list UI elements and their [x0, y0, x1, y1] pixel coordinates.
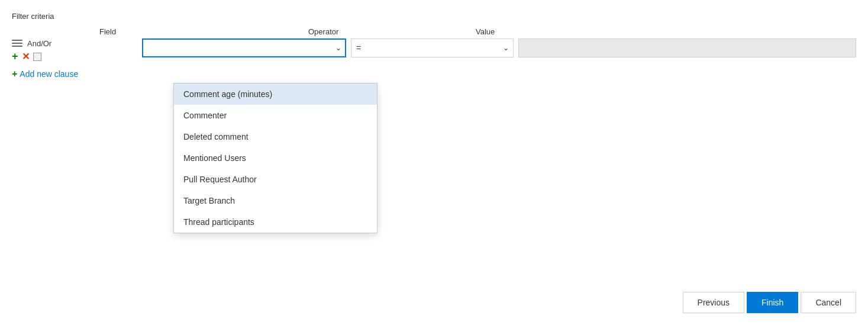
- dropdown-item-pull-request-author[interactable]: Pull Request Author: [174, 169, 377, 190]
- list-icon: [12, 38, 22, 48]
- field-select[interactable]: Comment age (minutes) Commenter Deleted …: [142, 38, 346, 57]
- row-checkbox[interactable]: [33, 53, 41, 61]
- page-container: Filter criteria Field Operator Value: [0, 0, 868, 325]
- add-row-icon[interactable]: +: [12, 50, 18, 63]
- and-or-label: And/Or: [27, 39, 51, 48]
- operator-select-wrapper: = != < > ⌄: [351, 38, 514, 57]
- operator-select[interactable]: = != < >: [351, 38, 514, 57]
- filter-section: Filter criteria Field Operator Value: [12, 12, 856, 79]
- icon-controls: + ✕: [12, 50, 41, 63]
- cancel-button[interactable]: Cancel: [801, 292, 856, 313]
- field-select-wrapper: Comment age (minutes) Commenter Deleted …: [142, 38, 346, 57]
- bottom-buttons: Previous Finish Cancel: [683, 292, 856, 313]
- operator-column-header: Operator: [308, 27, 338, 36]
- filter-criteria-label: Filter criteria: [12, 12, 856, 21]
- and-or-row: And/Or: [12, 38, 51, 48]
- dropdown-item-commenter[interactable]: Commenter: [174, 105, 377, 126]
- remove-row-icon[interactable]: ✕: [22, 51, 30, 62]
- dropdown-item-mentioned-users[interactable]: Mentioned Users: [174, 147, 377, 169]
- add-clause-plus-icon: +: [12, 69, 17, 79]
- field-column-header: Field: [99, 27, 116, 36]
- dropdown-item-target-branch[interactable]: Target Branch: [174, 190, 377, 211]
- field-dropdown-menu: Comment age (minutes) Commenter Deleted …: [173, 83, 377, 233]
- left-controls: And/Or + ✕ + Add new clause: [12, 38, 130, 79]
- previous-button[interactable]: Previous: [683, 292, 744, 313]
- add-clause-label: Add new clause: [20, 69, 78, 79]
- finish-button[interactable]: Finish: [747, 292, 798, 313]
- value-column-header: Value: [476, 27, 495, 36]
- dropdown-item-deleted-comment[interactable]: Deleted comment: [174, 126, 377, 147]
- add-clause-button[interactable]: + Add new clause: [12, 69, 78, 79]
- value-input[interactable]: [518, 38, 856, 57]
- dropdown-item-comment-age[interactable]: Comment age (minutes): [174, 83, 377, 105]
- filter-row: And/Or + ✕ + Add new clause Comment a: [12, 38, 856, 79]
- dropdown-item-thread-participants[interactable]: Thread participants: [174, 211, 377, 233]
